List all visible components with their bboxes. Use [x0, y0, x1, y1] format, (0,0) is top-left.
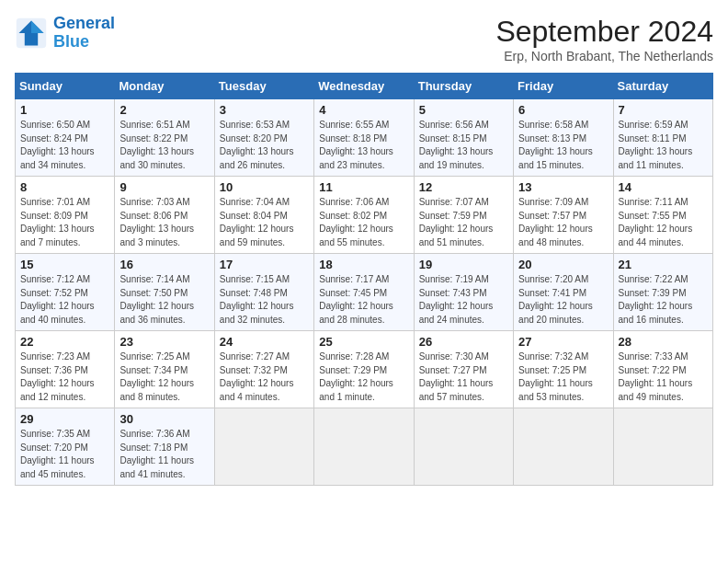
day-info: Sunrise: 7:22 AMSunset: 7:39 PMDaylight:… — [619, 273, 708, 327]
weekday-header-friday: Friday — [514, 74, 613, 99]
calendar-cell: 8Sunrise: 7:01 AMSunset: 8:09 PMDaylight… — [16, 177, 115, 254]
weekday-header-tuesday: Tuesday — [214, 74, 313, 99]
day-info: Sunrise: 7:32 AMSunset: 7:25 PMDaylight:… — [518, 350, 608, 404]
day-number: 4 — [319, 103, 408, 117]
month-title: September 2024 — [495, 15, 713, 49]
day-info: Sunrise: 7:03 AMSunset: 8:06 PMDaylight:… — [119, 196, 209, 249]
calendar-cell: 21Sunrise: 7:22 AMSunset: 7:39 PMDayligh… — [613, 254, 712, 331]
day-info: Sunrise: 6:53 AMSunset: 8:20 PMDaylight:… — [220, 119, 309, 172]
day-number: 9 — [119, 180, 209, 194]
calendar-cell: 15Sunrise: 7:12 AMSunset: 7:52 PMDayligh… — [16, 254, 115, 331]
calendar-cell: 20Sunrise: 7:20 AMSunset: 7:41 PMDayligh… — [514, 254, 613, 331]
day-number: 18 — [319, 258, 408, 271]
calendar-header-row: SundayMondayTuesdayWednesdayThursdayFrid… — [16, 74, 713, 99]
logo-text: General Blue — [53, 15, 115, 52]
day-number: 22 — [20, 335, 109, 349]
day-number: 20 — [518, 258, 608, 271]
calendar-cell: 25Sunrise: 7:28 AMSunset: 7:29 PMDayligh… — [314, 331, 414, 408]
calendar-body: 1Sunrise: 6:50 AMSunset: 8:24 PMDaylight… — [16, 99, 713, 486]
day-number: 29 — [20, 412, 109, 426]
calendar-cell: 16Sunrise: 7:14 AMSunset: 7:50 PMDayligh… — [115, 254, 214, 331]
logo-icon — [15, 17, 48, 50]
day-number: 19 — [419, 258, 508, 271]
day-info: Sunrise: 7:28 AMSunset: 7:29 PMDaylight:… — [319, 350, 408, 404]
calendar-cell: 30Sunrise: 7:36 AMSunset: 7:18 PMDayligh… — [115, 408, 214, 486]
calendar-cell: 24Sunrise: 7:27 AMSunset: 7:32 PMDayligh… — [214, 331, 313, 408]
calendar-cell — [613, 408, 712, 486]
day-info: Sunrise: 7:06 AMSunset: 8:02 PMDaylight:… — [319, 196, 408, 249]
calendar-cell — [214, 408, 313, 486]
day-number: 21 — [619, 258, 708, 271]
calendar-cell — [314, 408, 414, 486]
calendar-cell — [414, 408, 513, 486]
weekday-header-saturday: Saturday — [613, 74, 712, 99]
day-info: Sunrise: 7:11 AMSunset: 7:55 PMDaylight:… — [619, 196, 708, 249]
calendar-cell: 4Sunrise: 6:55 AMSunset: 8:18 PMDaylight… — [314, 99, 414, 177]
day-info: Sunrise: 7:20 AMSunset: 7:41 PMDaylight:… — [518, 273, 608, 327]
day-info: Sunrise: 7:30 AMSunset: 7:27 PMDaylight:… — [419, 350, 508, 404]
day-number: 25 — [319, 335, 408, 349]
day-number: 17 — [220, 258, 309, 271]
title-block: September 2024 Erp, North Brabant, The N… — [495, 15, 713, 63]
day-info: Sunrise: 7:14 AMSunset: 7:50 PMDaylight:… — [119, 273, 209, 327]
day-number: 28 — [619, 335, 708, 349]
day-number: 14 — [619, 180, 708, 194]
calendar-cell: 3Sunrise: 6:53 AMSunset: 8:20 PMDaylight… — [214, 99, 313, 177]
day-info: Sunrise: 7:25 AMSunset: 7:34 PMDaylight:… — [119, 350, 209, 404]
day-number: 5 — [419, 103, 508, 117]
day-info: Sunrise: 6:56 AMSunset: 8:15 PMDaylight:… — [419, 119, 508, 172]
calendar-cell: 17Sunrise: 7:15 AMSunset: 7:48 PMDayligh… — [214, 254, 313, 331]
calendar-cell: 14Sunrise: 7:11 AMSunset: 7:55 PMDayligh… — [613, 177, 712, 254]
day-number: 13 — [518, 180, 608, 194]
calendar-cell: 19Sunrise: 7:19 AMSunset: 7:43 PMDayligh… — [414, 254, 513, 331]
day-number: 1 — [20, 103, 109, 117]
calendar-cell: 27Sunrise: 7:32 AMSunset: 7:25 PMDayligh… — [514, 331, 613, 408]
day-info: Sunrise: 7:27 AMSunset: 7:32 PMDaylight:… — [220, 350, 309, 404]
location-title: Erp, North Brabant, The Netherlands — [495, 49, 713, 63]
calendar-cell: 12Sunrise: 7:07 AMSunset: 7:59 PMDayligh… — [414, 177, 513, 254]
day-info: Sunrise: 7:23 AMSunset: 7:36 PMDaylight:… — [20, 350, 109, 404]
day-info: Sunrise: 7:07 AMSunset: 7:59 PMDaylight:… — [419, 196, 508, 249]
weekday-header-wednesday: Wednesday — [314, 74, 414, 99]
day-number: 7 — [619, 103, 708, 117]
day-number: 30 — [119, 412, 209, 426]
day-info: Sunrise: 7:35 AMSunset: 7:20 PMDaylight:… — [20, 428, 109, 481]
calendar-cell: 2Sunrise: 6:51 AMSunset: 8:22 PMDaylight… — [115, 99, 214, 177]
day-number: 2 — [119, 103, 209, 117]
page-header: General Blue September 2024 Erp, North B… — [15, 15, 713, 63]
day-number: 15 — [20, 258, 109, 271]
day-info: Sunrise: 7:36 AMSunset: 7:18 PMDaylight:… — [119, 428, 209, 481]
calendar-cell: 22Sunrise: 7:23 AMSunset: 7:36 PMDayligh… — [16, 331, 115, 408]
calendar-cell: 5Sunrise: 6:56 AMSunset: 8:15 PMDaylight… — [414, 99, 513, 177]
day-number: 23 — [119, 335, 209, 349]
calendar-cell: 28Sunrise: 7:33 AMSunset: 7:22 PMDayligh… — [613, 331, 712, 408]
day-number: 24 — [220, 335, 309, 349]
calendar-cell: 29Sunrise: 7:35 AMSunset: 7:20 PMDayligh… — [16, 408, 115, 486]
day-info: Sunrise: 6:58 AMSunset: 8:13 PMDaylight:… — [518, 119, 608, 172]
calendar-cell: 23Sunrise: 7:25 AMSunset: 7:34 PMDayligh… — [115, 331, 214, 408]
day-number: 3 — [220, 103, 309, 117]
calendar-cell: 10Sunrise: 7:04 AMSunset: 8:04 PMDayligh… — [214, 177, 313, 254]
day-number: 11 — [319, 180, 408, 194]
calendar-cell: 7Sunrise: 6:59 AMSunset: 8:11 PMDaylight… — [613, 99, 712, 177]
day-info: Sunrise: 6:50 AMSunset: 8:24 PMDaylight:… — [20, 119, 109, 172]
calendar-week-row: 8Sunrise: 7:01 AMSunset: 8:09 PMDaylight… — [16, 177, 713, 254]
day-number: 6 — [518, 103, 608, 117]
day-info: Sunrise: 7:12 AMSunset: 7:52 PMDaylight:… — [20, 273, 109, 327]
day-info: Sunrise: 6:59 AMSunset: 8:11 PMDaylight:… — [619, 119, 708, 172]
day-info: Sunrise: 7:09 AMSunset: 7:57 PMDaylight:… — [518, 196, 608, 249]
calendar-cell: 1Sunrise: 6:50 AMSunset: 8:24 PMDaylight… — [16, 99, 115, 177]
day-number: 26 — [419, 335, 508, 349]
calendar-week-row: 15Sunrise: 7:12 AMSunset: 7:52 PMDayligh… — [16, 254, 713, 331]
calendar-table: SundayMondayTuesdayWednesdayThursdayFrid… — [15, 73, 713, 486]
day-info: Sunrise: 7:15 AMSunset: 7:48 PMDaylight:… — [220, 273, 309, 327]
weekday-header-sunday: Sunday — [16, 74, 115, 99]
weekday-header-thursday: Thursday — [414, 74, 513, 99]
calendar-week-row: 1Sunrise: 6:50 AMSunset: 8:24 PMDaylight… — [16, 99, 713, 177]
weekday-header-monday: Monday — [115, 74, 214, 99]
day-info: Sunrise: 7:17 AMSunset: 7:45 PMDaylight:… — [319, 273, 408, 327]
calendar-cell: 18Sunrise: 7:17 AMSunset: 7:45 PMDayligh… — [314, 254, 414, 331]
day-number: 8 — [20, 180, 109, 194]
day-number: 27 — [518, 335, 608, 349]
calendar-week-row: 29Sunrise: 7:35 AMSunset: 7:20 PMDayligh… — [16, 408, 713, 486]
